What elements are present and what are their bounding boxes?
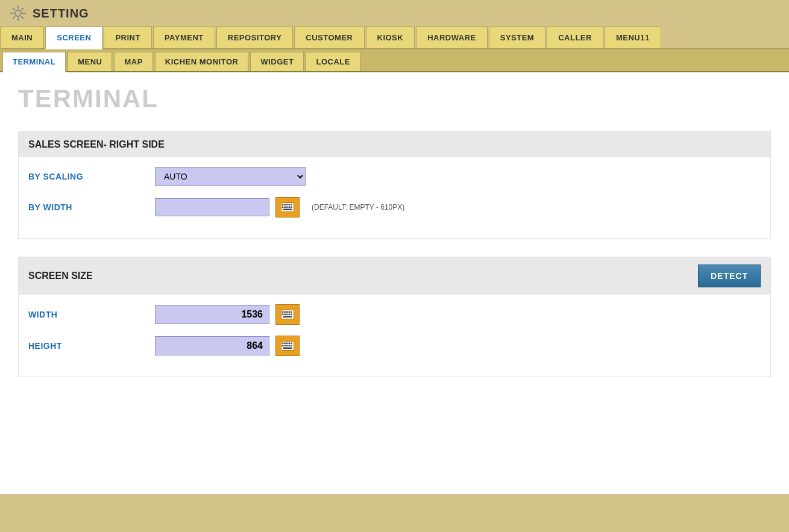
keyboard-icon (281, 202, 294, 212)
svg-rect-11 (291, 207, 292, 208)
subtab-menu[interactable]: MENU (68, 52, 112, 71)
svg-rect-28 (286, 343, 288, 345)
by-width-label: BY WIDTH (28, 202, 149, 212)
svg-point-0 (15, 10, 21, 16)
height-input[interactable] (155, 336, 269, 355)
height-keyboard-button[interactable] (275, 336, 300, 356)
tab-menu11[interactable]: MENU11 (605, 27, 661, 48)
by-width-keyboard-button[interactable] (275, 197, 300, 217)
tab-repository[interactable]: REPOSITORY (216, 27, 294, 48)
page-title: TERMINAL (18, 84, 771, 113)
tab-payment[interactable]: PAYMENT (153, 27, 215, 48)
svg-rect-15 (284, 311, 286, 313)
tab-print[interactable]: PRINT (104, 27, 152, 48)
svg-rect-35 (291, 345, 292, 347)
tab-hardware[interactable]: HARDWARE (416, 27, 488, 48)
subtab-locale[interactable]: LOCALE (306, 52, 360, 71)
svg-rect-12 (283, 209, 292, 211)
svg-rect-29 (289, 343, 291, 345)
height-label: HEIGHT (28, 341, 149, 351)
tab-screen[interactable]: SCREEN (45, 27, 102, 49)
detect-button[interactable]: DETECT (698, 264, 761, 287)
svg-rect-27 (284, 343, 286, 345)
svg-rect-14 (282, 311, 284, 313)
svg-rect-34 (289, 345, 291, 347)
sales-screen-section: SALES SCREEN- RIGHT SIDE BY SCALING AUTO… (18, 131, 771, 239)
svg-rect-32 (284, 345, 286, 347)
height-row: HEIGHT (28, 336, 761, 356)
svg-rect-4 (286, 204, 288, 206)
app-title: SETTING (33, 7, 89, 20)
svg-rect-23 (291, 314, 292, 316)
by-scaling-label: BY SCALING (28, 172, 149, 181)
gear-icon (10, 5, 27, 22)
svg-rect-36 (283, 348, 292, 349)
tab-customer[interactable]: CUSTOMER (294, 27, 364, 48)
sales-screen-header: SALES SCREEN- RIGHT SIDE (19, 132, 770, 157)
svg-rect-16 (286, 311, 288, 313)
sales-screen-body: BY SCALING AUTO MANUAL NONE BY WIDTH (19, 157, 770, 238)
subtab-widget[interactable]: WIDGET (250, 52, 304, 71)
subtab-terminal[interactable]: TERMINAL (2, 52, 66, 72)
svg-rect-5 (289, 204, 291, 206)
keyboard-icon (281, 341, 294, 351)
tab-system[interactable]: SYSTEM (489, 27, 545, 48)
svg-rect-18 (291, 311, 292, 313)
width-label: WIDTH (28, 310, 149, 319)
svg-rect-24 (283, 316, 292, 318)
top-nav: MAIN SCREEN PRINT PAYMENT REPOSITORY CUS… (0, 27, 789, 49)
subtab-kitchen-monitor[interactable]: KICHEN MONITOR (155, 52, 249, 71)
svg-rect-26 (282, 343, 284, 345)
screen-size-body: WIDTH (19, 295, 770, 377)
svg-rect-3 (284, 204, 286, 206)
svg-rect-9 (286, 207, 288, 208)
main-content: TERMINAL SALES SCREEN- RIGHT SIDE BY SCA… (0, 72, 789, 494)
svg-rect-20 (284, 314, 286, 316)
svg-rect-8 (284, 207, 286, 208)
screen-size-header: SCREEN SIZE DETECT (19, 257, 770, 295)
keyboard-icon (281, 310, 294, 319)
screen-size-title: SCREEN SIZE (28, 271, 93, 281)
width-keyboard-button[interactable] (275, 304, 300, 325)
sales-screen-title: SALES SCREEN- RIGHT SIDE (28, 139, 165, 150)
by-scaling-row: BY SCALING AUTO MANUAL NONE (28, 167, 761, 186)
by-width-input[interactable] (155, 198, 269, 216)
width-input[interactable] (155, 305, 269, 324)
subtab-map[interactable]: MAP (114, 52, 152, 71)
svg-rect-31 (282, 345, 284, 347)
svg-rect-2 (282, 204, 284, 206)
svg-rect-19 (282, 314, 284, 316)
tab-kiosk[interactable]: KIOSK (366, 27, 415, 48)
svg-rect-33 (286, 345, 288, 347)
width-row: WIDTH (28, 304, 761, 325)
tab-main[interactable]: MAIN (0, 27, 44, 48)
svg-rect-30 (291, 343, 292, 345)
svg-rect-6 (291, 204, 292, 206)
svg-rect-7 (282, 207, 284, 208)
svg-rect-17 (289, 311, 291, 313)
svg-rect-21 (286, 314, 288, 316)
by-width-hint: (DEFAULT: EMPTY - 610PX) (312, 203, 404, 211)
app-header: SETTING (0, 0, 789, 27)
screen-size-section: SCREEN SIZE DETECT WIDTH (18, 257, 771, 377)
tab-caller[interactable]: CALLER (547, 27, 603, 48)
by-scaling-select[interactable]: AUTO MANUAL NONE (155, 167, 306, 186)
secondary-nav: TERMINAL MENU MAP KICHEN MONITOR WIDGET … (0, 49, 789, 72)
by-width-row: BY WIDTH (28, 197, 761, 217)
svg-rect-22 (289, 314, 291, 316)
svg-rect-10 (289, 207, 291, 208)
